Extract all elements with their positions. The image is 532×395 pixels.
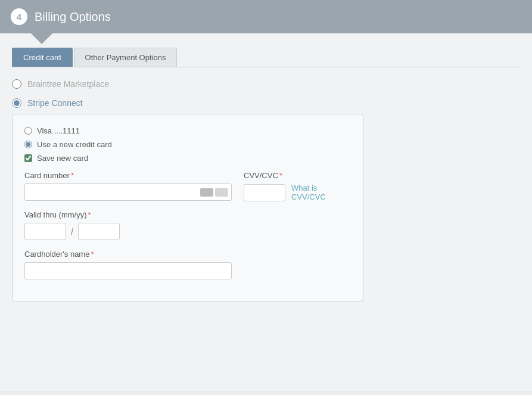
visa-label: Visa ....1111 <box>37 126 80 135</box>
save-card-label: Save new card <box>37 154 88 163</box>
form-fields-row: Card number* Valid thru (mm/yy)* <box>24 171 351 289</box>
card-number-wrapper <box>24 183 232 201</box>
valid-thru-group: Valid thru (mm/yy)* / <box>24 210 232 240</box>
braintree-label: Braintree Marketplace <box>27 79 109 89</box>
valid-thru-label: Valid thru (mm/yy)* <box>24 210 232 219</box>
save-card-option[interactable]: Save new card <box>24 154 351 163</box>
tab-other-payment[interactable]: Other Payment Options <box>74 48 178 67</box>
new-card-option[interactable]: Use a new credit card <box>24 140 351 149</box>
page-title: Billing Options <box>35 10 111 24</box>
new-card-label: Use a new credit card <box>37 140 112 149</box>
payment-tabs: Credit card Other Payment Options <box>12 43 520 67</box>
save-card-checkbox[interactable] <box>24 154 32 162</box>
cardholder-required: * <box>91 250 94 259</box>
visa-saved-option[interactable]: Visa ....1111 <box>24 126 351 135</box>
card-form-container: Visa ....1111 Use a new credit card Save… <box>12 114 363 301</box>
month-input[interactable] <box>24 223 66 240</box>
payment-provider-group: Braintree Marketplace Stripe Connect <box>12 79 520 108</box>
new-card-radio[interactable] <box>24 141 32 148</box>
visa-radio[interactable] <box>24 127 32 135</box>
form-right: CVV/CVC* What is CVV/CVC <box>244 171 351 211</box>
braintree-option[interactable]: Braintree Marketplace <box>12 79 520 89</box>
header-triangle <box>31 33 52 44</box>
valid-thru-required: * <box>88 210 91 219</box>
card-number-group: Card number* <box>24 171 232 201</box>
braintree-radio[interactable] <box>12 79 21 89</box>
card-number-required: * <box>71 171 74 180</box>
cardholder-name-label: Cardholder's name* <box>24 250 232 259</box>
year-input[interactable] <box>78 223 120 240</box>
cvv-label: CVV/CVC* <box>244 171 351 180</box>
cardholder-name-input[interactable] <box>24 262 232 279</box>
card-icons <box>200 188 228 197</box>
cvv-input[interactable] <box>244 184 285 201</box>
cvv-group: CVV/CVC* What is CVV/CVC <box>244 171 351 201</box>
card-selection-group: Visa ....1111 Use a new credit card Save… <box>24 126 351 163</box>
form-left: Card number* Valid thru (mm/yy)* <box>24 171 232 289</box>
card-icon-2 <box>215 188 228 197</box>
card-icon-1 <box>200 188 213 197</box>
stripe-label: Stripe Connect <box>27 98 83 108</box>
cardholder-name-group: Cardholder's name* <box>24 250 232 279</box>
cvv-required: * <box>279 171 282 180</box>
main-content: Credit card Other Payment Options Braint… <box>0 33 532 391</box>
card-number-label: Card number* <box>24 171 232 180</box>
what-is-cvv-link[interactable]: What is CVV/CVC <box>291 183 351 201</box>
stripe-option[interactable]: Stripe Connect <box>12 98 520 108</box>
stripe-radio[interactable] <box>12 98 21 108</box>
valid-thru-row: / <box>24 223 232 240</box>
cvv-row: What is CVV/CVC <box>244 183 351 201</box>
step-circle: 4 <box>11 8 27 25</box>
date-slash: / <box>71 226 73 237</box>
tab-credit-card[interactable]: Credit card <box>12 48 73 67</box>
billing-header: 4 Billing Options <box>0 0 532 33</box>
